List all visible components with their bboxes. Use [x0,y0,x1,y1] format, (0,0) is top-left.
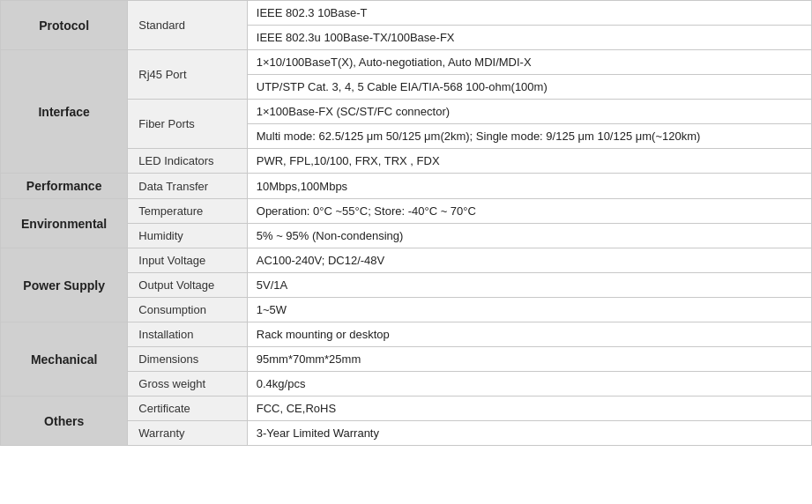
value-cell: UTP/STP Cat. 3, 4, 5 Cable EIA/TIA-568 1… [247,75,811,100]
value-cell: 5V/1A [247,273,811,298]
subcategory-cell: Input Voltage [128,248,247,273]
subcategory-cell: Humidity [128,224,247,248]
subcategory-cell: Installation [128,322,247,347]
subcategory-cell: Dimensions [128,347,247,372]
subcategory-cell: Gross weight [128,372,247,397]
value-cell: 95mm*70mm*25mm [247,347,811,372]
value-cell: 5% ~ 95% (Non-condensing) [247,224,811,248]
value-cell: Multi mode: 62.5/125 μm 50/125 μm(2km); … [247,124,811,149]
value-cell: 1×100Base-FX (SC/ST/FC connector) [247,100,811,124]
subcategory-cell: LED Indicators [128,149,247,174]
category-cell: Protocol [1,1,128,50]
value-cell: 0.4kg/pcs [247,372,811,397]
subcategory-cell: Data Transfer [128,174,247,199]
category-cell: Interface [1,50,128,174]
subcategory-cell: Certificate [128,397,247,421]
value-cell: AC100-240V; DC12/-48V [247,248,811,273]
category-cell: Others [1,397,128,446]
category-cell: Performance [1,174,128,199]
subcategory-cell: Temperature [128,199,247,224]
value-cell: 10Mbps,100Mbps [247,174,811,199]
subcategory-cell: Output Voltage [128,273,247,298]
value-cell: FCC, CE,RoHS [247,397,811,421]
subcategory-cell: Fiber Ports [128,100,247,149]
value-cell: 1~5W [247,298,811,322]
value-cell: 1×10/100BaseT(X), Auto-negotiation, Auto… [247,50,811,75]
value-cell: IEEE 802.3 10Base-T [247,1,811,26]
spec-table: ProtocolStandardIEEE 802.3 10Base-TIEEE … [0,0,812,446]
value-cell: IEEE 802.3u 100Base-TX/100Base-FX [247,26,811,50]
value-cell: Rack mounting or desktop [247,322,811,347]
value-cell: Operation: 0°C ~55°C; Store: -40°C ~ 70°… [247,199,811,224]
value-cell: PWR, FPL,10/100, FRX, TRX , FDX [247,149,811,174]
value-cell: 3-Year Limited Warranty [247,421,811,446]
subcategory-cell: Rj45 Port [128,50,247,100]
category-cell: Power Supply [1,248,128,322]
subcategory-cell: Standard [128,1,247,50]
category-cell: Mechanical [1,322,128,397]
subcategory-cell: Consumption [128,298,247,322]
category-cell: Environmental [1,199,128,248]
subcategory-cell: Warranty [128,421,247,446]
